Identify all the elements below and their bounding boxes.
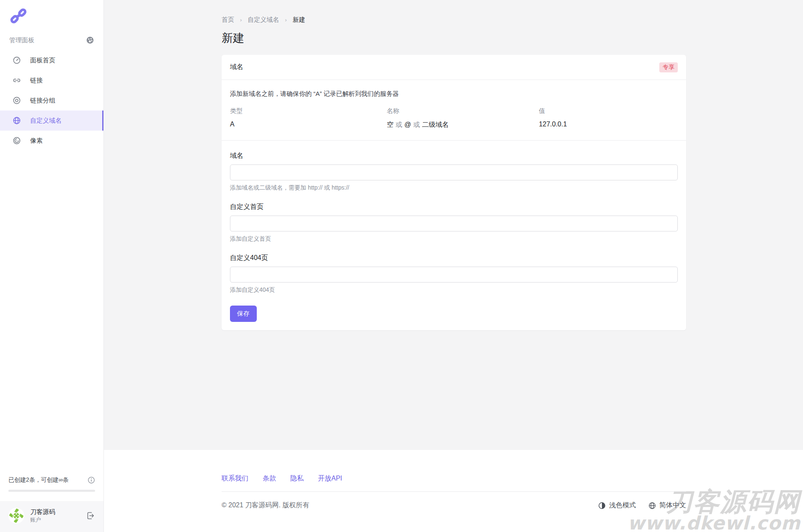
domain-input[interactable] xyxy=(230,164,678,180)
footer-link-contact[interactable]: 联系我们 xyxy=(222,474,248,483)
brand-logo[interactable] xyxy=(0,0,103,25)
sidebar-item-link-groups[interactable]: 链接分组 xyxy=(0,90,103,111)
footer-link-open-api[interactable]: 开放API xyxy=(318,474,342,483)
premium-badge: 专享 xyxy=(659,62,678,72)
logout-icon[interactable] xyxy=(86,511,95,520)
account-name: 刀客源码 xyxy=(30,508,55,516)
page-footer: 刀客源码网 www.dkewl.com 联系我们 条款 隐私 开放API © 2… xyxy=(104,450,803,532)
dns-instructions: 添加新域名之前，请确保你的 “A” 记录已解析到我们的服务器 类型 名称 值 A… xyxy=(222,80,686,141)
dns-record-type: A xyxy=(230,121,387,129)
card-title: 域名 xyxy=(230,63,243,72)
account-avatar xyxy=(8,508,24,524)
watermark-line2: www.dkewl.com xyxy=(627,514,800,532)
sidebar-item-dashboard[interactable]: 面板首页 xyxy=(0,50,103,70)
breadcrumb-separator: › xyxy=(240,17,242,23)
breadcrumb: 首页 › 自定义域名 › 新建 xyxy=(222,16,686,24)
save-button[interactable]: 保存 xyxy=(230,306,257,322)
footer-divider xyxy=(222,491,686,492)
dns-col-name: 名称 xyxy=(387,107,539,115)
dns-record-name: 空或@或二级域名 xyxy=(387,121,539,129)
dns-table-header: 类型 名称 值 xyxy=(230,107,678,115)
usage-text: 已创建2条，可创建∞条 xyxy=(8,476,69,484)
copyright-text: © 2021 刀客源码网. 版权所有 xyxy=(222,501,309,510)
custom-index-help: 添加自定义首页 xyxy=(230,235,678,243)
theme-palette-icon[interactable] xyxy=(86,36,94,44)
account-menu[interactable]: 刀客源码 账户 xyxy=(0,501,103,532)
dns-col-type: 类型 xyxy=(230,107,387,115)
breadcrumb-custom-domains[interactable]: 自定义域名 xyxy=(248,16,279,24)
footer-link-privacy[interactable]: 隐私 xyxy=(290,474,304,483)
domain-form: 域名 添加域名或二级域名，需要加 http:// 或 https:// 自定义首… xyxy=(222,141,686,330)
link-icon xyxy=(13,76,21,85)
sidebar-item-pixels[interactable]: 像素 xyxy=(0,131,103,151)
dns-note: 添加新域名之前，请确保你的 “A” 记录已解析到我们的服务器 xyxy=(230,90,678,98)
domain-globe-icon xyxy=(13,116,21,125)
footer-link-terms[interactable]: 条款 xyxy=(263,474,276,483)
custom-index-input[interactable] xyxy=(230,216,678,231)
dns-record-value: 127.0.0.1 xyxy=(539,121,678,129)
sidebar-item-label: 自定义域名 xyxy=(30,117,62,125)
breadcrumb-home[interactable]: 首页 xyxy=(222,16,234,24)
page-content: 首页 › 自定义域名 › 新建 新建 域名 专享 添加新域名之前，请确保你的 “… xyxy=(104,0,803,450)
color-mode-label: 浅色模式 xyxy=(609,501,636,510)
domain-label: 域名 xyxy=(230,152,243,159)
sidebar-item-label: 像素 xyxy=(30,137,43,145)
domain-card: 域名 专享 添加新域名之前，请确保你的 “A” 记录已解析到我们的服务器 类型 … xyxy=(222,55,686,330)
sidebar-nav: 面板首页 链接 链接分组 xyxy=(0,50,103,151)
chain-link-icon xyxy=(9,7,28,25)
domain-help: 添加域名或二级域名，需要加 http:// 或 https:// xyxy=(230,184,678,192)
color-mode-toggle[interactable]: 浅色模式 xyxy=(598,501,636,510)
sidebar-item-custom-domains[interactable]: 自定义域名 xyxy=(0,111,103,131)
sidebar-item-label: 链接 xyxy=(30,77,43,85)
usage-summary: 已创建2条，可创建∞条 xyxy=(0,476,103,492)
info-icon[interactable] xyxy=(88,476,95,484)
language-label: 简体中文 xyxy=(659,501,686,510)
sidebar: 管理面板 面板首页 xyxy=(0,0,104,532)
sidebar-item-label: 面板首页 xyxy=(30,57,55,64)
sidebar-section-label: 管理面板 xyxy=(9,36,34,44)
language-toggle[interactable]: 简体中文 xyxy=(648,501,686,510)
main-area: 首页 › 自定义域名 › 新建 新建 域名 专享 添加新域名之前，请确保你的 “… xyxy=(104,0,803,532)
custom-404-help: 添加自定义404页 xyxy=(230,286,678,294)
field-domain: 域名 添加域名或二级域名，需要加 http:// 或 https:// xyxy=(230,152,678,192)
account-role: 账户 xyxy=(30,517,55,523)
custom-404-label: 自定义404页 xyxy=(230,254,268,261)
sidebar-item-label: 链接分组 xyxy=(30,97,55,105)
field-custom-index: 自定义首页 添加自定义首页 xyxy=(230,203,678,243)
dns-col-value: 值 xyxy=(539,107,678,115)
globe-icon xyxy=(648,502,656,509)
link-group-icon xyxy=(13,96,21,105)
breadcrumb-separator: › xyxy=(285,17,287,23)
breadcrumb-current: 新建 xyxy=(293,16,305,24)
custom-index-label: 自定义首页 xyxy=(230,203,263,210)
dns-table-row: A 空或@或二级域名 127.0.0.1 xyxy=(230,121,678,129)
footer-links: 联系我们 条款 隐私 开放API xyxy=(222,474,686,483)
sidebar-item-links[interactable]: 链接 xyxy=(0,70,103,90)
field-custom-404: 自定义404页 添加自定义404页 xyxy=(230,254,678,294)
custom-404-input[interactable] xyxy=(230,267,678,283)
page-title: 新建 xyxy=(222,31,686,46)
pixel-icon xyxy=(13,136,21,145)
dashboard-icon xyxy=(13,56,21,64)
card-header: 域名 专享 xyxy=(222,55,686,80)
usage-progress-bar xyxy=(8,490,95,492)
contrast-icon xyxy=(598,502,606,509)
